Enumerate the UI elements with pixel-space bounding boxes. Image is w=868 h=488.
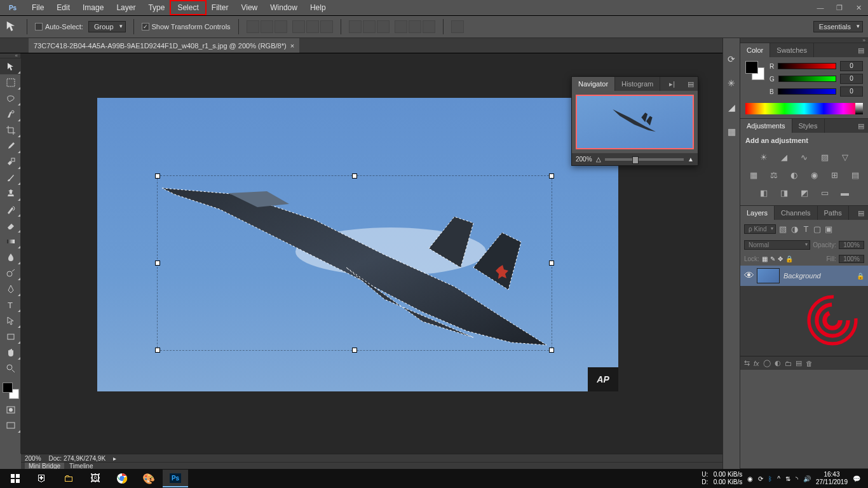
menu-select[interactable]: Select <box>171 1 205 14</box>
filter-shape-icon[interactable]: ▢ <box>813 222 822 235</box>
menu-edit[interactable]: Edit <box>50 1 76 14</box>
tray-network-icon[interactable]: ⇅ <box>785 475 790 482</box>
dock-collapse[interactable]: » <box>740 38 868 43</box>
layers-menu-icon[interactable]: ▤ <box>854 206 868 220</box>
tab-layers[interactable]: Layers <box>740 206 775 220</box>
taskbar-explorer-icon[interactable]: 🗀 <box>56 470 81 487</box>
lasso-tool[interactable] <box>0 90 21 106</box>
balance-icon[interactable]: ⚖ <box>767 168 781 181</box>
status-zoom[interactable]: 200% <box>25 455 41 462</box>
tray-chevron-icon[interactable]: ^ <box>777 475 780 482</box>
blur-tool[interactable] <box>0 249 21 265</box>
brightness-icon[interactable]: ☀ <box>757 151 771 163</box>
tab-paths[interactable]: Paths <box>818 206 849 220</box>
marquee-tool[interactable] <box>0 74 21 90</box>
tab-histogram[interactable]: Histogram <box>615 77 660 91</box>
clone-stamp-tool[interactable] <box>0 186 21 201</box>
zoom-out-icon[interactable]: △ <box>596 156 601 163</box>
properties-icon[interactable]: ▦ <box>726 126 737 137</box>
adjustments-menu-icon[interactable]: ▤ <box>854 119 868 133</box>
auto-select-target-dropdown[interactable]: Group <box>88 21 126 32</box>
gradient-map-icon[interactable]: ▭ <box>818 186 832 199</box>
color-panel-swatch[interactable] <box>745 61 764 80</box>
close-button[interactable]: ✕ <box>849 1 868 14</box>
auto-align-button[interactable] <box>451 20 464 33</box>
hue-icon[interactable]: ▦ <box>747 168 761 181</box>
menu-filter[interactable]: Filter <box>205 1 235 14</box>
menu-file[interactable]: File <box>25 1 50 14</box>
channel-mixer-icon[interactable]: ⊞ <box>828 168 842 181</box>
exposure-icon[interactable]: ▨ <box>818 151 832 163</box>
history-icon[interactable]: ⟳ <box>726 53 737 65</box>
tray-wifi-icon[interactable]: ◝ <box>796 475 798 482</box>
document-canvas[interactable]: AP <box>97 98 618 391</box>
color-spectrum[interactable] <box>745 103 863 114</box>
navigator-panel[interactable]: Navigator Histogram ▸| ▤ 200% △ ▲ <box>571 76 698 166</box>
show-transform-controls-checkbox[interactable]: ✓Show Transform Controls <box>142 23 231 30</box>
dodge-tool[interactable] <box>0 265 21 281</box>
layer-name[interactable]: Background <box>783 272 853 280</box>
distribute-btn[interactable] <box>363 20 376 33</box>
new-fill-layer-icon[interactable]: ◐ <box>775 359 781 367</box>
layer-fx-icon[interactable]: fx <box>754 360 759 367</box>
taskbar-photos-icon[interactable]: 🖼 <box>83 470 108 487</box>
navigator-thumbnail[interactable] <box>576 95 694 149</box>
navigator-menu-icon[interactable]: ▤ <box>684 77 698 91</box>
screen-mode-toggle[interactable] <box>0 417 21 433</box>
quick-mask-toggle[interactable] <box>0 402 21 417</box>
crop-tool[interactable] <box>0 122 21 138</box>
fill-input[interactable]: 100% <box>839 255 864 263</box>
color-lookup-icon[interactable]: ▤ <box>848 168 862 181</box>
taskbar-clock[interactable]: 16:4327/11/2019 <box>816 471 848 486</box>
tray-notifications-icon[interactable]: 💬 <box>853 475 860 482</box>
visibility-icon[interactable]: 👁 <box>744 270 753 281</box>
menu-layer[interactable]: Layer <box>110 1 142 14</box>
zoom-in-icon[interactable]: ▲ <box>688 156 694 163</box>
threshold-icon[interactable]: ◩ <box>797 186 811 199</box>
r-slider[interactable] <box>778 63 836 69</box>
document-tab[interactable]: 73C7C418-2B04-4A5A-A99B-9AE1D9244F1D_w40… <box>29 38 299 53</box>
layer-filter-kind[interactable]: ρ Kind <box>744 224 776 234</box>
restore-button[interactable]: ❐ <box>830 1 849 14</box>
tray-idm-icon[interactable]: ◉ <box>747 475 753 482</box>
hand-tool[interactable] <box>0 344 21 360</box>
zoom-tool[interactable] <box>0 360 21 376</box>
new-layer-icon[interactable]: ▤ <box>796 359 802 367</box>
distribute-btn[interactable] <box>395 20 407 33</box>
tab-adjustments[interactable]: Adjustments <box>740 119 792 133</box>
tab-channels[interactable]: Channels <box>775 206 817 220</box>
b-value[interactable]: 0 <box>840 86 863 97</box>
taskbar-paint-icon[interactable]: 🎨 <box>136 470 161 487</box>
distribute-btn[interactable] <box>423 20 435 33</box>
rectangle-tool[interactable] <box>0 329 21 344</box>
move-tool[interactable] <box>0 58 21 74</box>
tab-close-icon[interactable]: × <box>290 42 294 50</box>
status-doc-size[interactable]: Doc: 274,9K/274,9K <box>49 455 106 462</box>
new-group-icon[interactable]: 🗀 <box>785 360 792 367</box>
lock-all-icon[interactable]: 🔒 <box>785 255 793 262</box>
foreground-background-swatches[interactable] <box>0 380 21 402</box>
selective-color-icon[interactable]: ▬ <box>838 186 852 199</box>
taskbar-photoshop-icon[interactable]: Ps <box>163 470 188 487</box>
bw-icon[interactable]: ◐ <box>787 168 801 181</box>
delete-layer-icon[interactable]: 🗑 <box>806 360 813 367</box>
menu-image[interactable]: Image <box>76 1 110 14</box>
navigator-collapse-icon[interactable]: ▸| <box>665 77 679 91</box>
tray-volume-icon[interactable]: 🔊 <box>803 475 811 482</box>
tab-swatches[interactable]: Swatches <box>770 43 814 57</box>
lock-position-icon[interactable]: ✥ <box>778 255 783 262</box>
posterize-icon[interactable]: ◨ <box>777 186 791 199</box>
align-btn[interactable] <box>247 20 259 33</box>
menu-help[interactable]: Help <box>304 1 332 14</box>
align-btn[interactable] <box>320 20 333 33</box>
vibrance-icon[interactable]: ▽ <box>838 151 852 163</box>
align-btn[interactable] <box>306 20 319 33</box>
auto-select-checkbox[interactable]: Auto-Select: <box>35 23 83 30</box>
g-value[interactable]: 0 <box>840 74 863 84</box>
eyedropper-tool[interactable] <box>0 138 21 154</box>
layer-thumbnail[interactable] <box>757 268 780 283</box>
tray-sync-icon[interactable]: ⟳ <box>758 475 763 482</box>
align-btn[interactable] <box>275 20 287 33</box>
eraser-tool[interactable] <box>0 217 21 233</box>
menu-window[interactable]: Window <box>264 1 304 14</box>
